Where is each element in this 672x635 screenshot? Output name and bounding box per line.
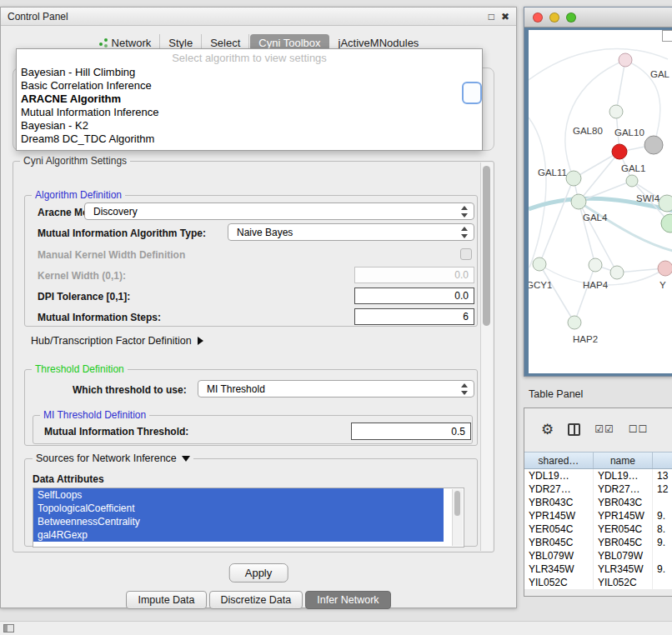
algorithm-option-aracne-algorithm[interactable]: ARACNE Algorithm [17, 92, 482, 106]
network-node-pale-upper[interactable] [609, 105, 623, 118]
collapsed-arrow-icon [198, 337, 203, 345]
network-node-hap4[interactable] [589, 258, 602, 272]
mi-steps-input[interactable] [354, 308, 474, 325]
manual-kernel-checkbox[interactable] [460, 248, 472, 260]
settings-scrollbar[interactable] [480, 162, 493, 551]
network-node-mid-pale[interactable] [610, 266, 624, 279]
table-row[interactable]: YDL19…YDL19…13 [524, 469, 672, 482]
table-cell: YER054C [524, 522, 594, 536]
deselect-all-checkboxes-icon[interactable]: ☐☐ [629, 423, 649, 435]
mi-steps-label: Mutual Information Steps: [38, 312, 161, 323]
attribute-betweennesscentrality[interactable]: BetweennessCentrality [33, 515, 444, 528]
bottom-tab-discretize-data[interactable]: Discretize Data [209, 591, 303, 609]
network-node-pink-top[interactable] [619, 53, 632, 67]
algorithm-option-list: Bayesian - Hill ClimbingBasic Correlatio… [17, 66, 482, 146]
settings-scrollbar-thumb[interactable] [483, 166, 490, 326]
network-canvas[interactable]: GALGAL80GAL10GAL11GAL1SWI4GAL4GCY1HAP4YH… [529, 30, 672, 373]
attribute-topologicalcoefficient[interactable]: TopologicalCoefficient [33, 502, 444, 515]
algorithm-option-dream8-dc-tdc-algorithm[interactable]: Dream8 DC_TDC Algorithm [17, 132, 482, 146]
network-node-gal10-red[interactable] [612, 144, 627, 159]
network-node-gray-hub[interactable] [644, 136, 663, 154]
network-window-titlebar[interactable] [524, 8, 672, 28]
which-threshold-select[interactable]: MI Threshold [198, 380, 474, 398]
data-attributes-label: Data Attributes [33, 473, 104, 485]
network-edge [539, 178, 574, 264]
attribute-gal4rgexp[interactable]: gal4RGexp [33, 528, 444, 542]
network-node-gal11[interactable] [566, 171, 581, 186]
table-row[interactable]: YBR043CYBR043C [524, 496, 672, 509]
node-label-hap4: HAP4 [583, 280, 609, 290]
cyni-settings-group-title: Cyni Algorithm Settings [20, 155, 130, 167]
control-panel-titlebar[interactable]: Control Panel □ ✖ [1, 8, 516, 26]
aracne-mode-select[interactable]: Discovery [84, 202, 474, 220]
columns-icon[interactable] [568, 423, 580, 436]
which-threshold-label: Which threshold to use: [73, 384, 187, 396]
tab-label: Style [168, 37, 193, 49]
bottom-panel-icon[interactable] [3, 624, 14, 632]
dpi-tolerance-input[interactable] [354, 288, 474, 304]
tab-label: Network [112, 37, 152, 49]
table-row[interactable]: YBL079WYBL079W [524, 549, 672, 562]
float-window-icon[interactable]: □ [489, 12, 494, 22]
kernel-width-input[interactable] [354, 267, 474, 283]
table-row[interactable]: YPR145WYPR145W9. [524, 509, 672, 522]
network-node-bright-green-edge[interactable] [661, 214, 672, 232]
table-row[interactable]: YER054CYER054C8. [524, 522, 672, 536]
column-header-extra[interactable] [653, 452, 672, 468]
table-cell: YLR345W [594, 562, 653, 576]
node-label-hap2: HAP2 [573, 334, 598, 344]
close-traffic-light[interactable] [533, 12, 543, 22]
bottom-tab-infer-network[interactable]: Infer Network [305, 591, 390, 609]
apply-button[interactable]: Apply [229, 563, 288, 582]
node-label-swi4: SWI4 [636, 193, 660, 203]
network-node-swi4[interactable] [659, 195, 672, 212]
network-node-hap2[interactable] [568, 316, 581, 329]
sources-toggle[interactable]: Sources for Network Inference [33, 452, 193, 464]
algorithm-dropdown-popup: Select algorithm to view settings Bayesi… [16, 48, 483, 151]
attribute-list-scrollbar-thumb[interactable] [454, 491, 460, 516]
close-window-icon[interactable]: ✖ [501, 12, 509, 22]
manual-kernel-label: Manual Kernel Width Definition [38, 249, 185, 261]
algorithm-option-bayesian-k2[interactable]: Bayesian - K2 [17, 119, 482, 132]
network-node-gal1[interactable] [626, 175, 638, 187]
table-cell: 12 [653, 482, 672, 496]
table-body: YDL19…YDL19…13YDR27…YDR27…12YBR043CYBR04… [524, 469, 672, 589]
column-header-name[interactable]: name [594, 452, 653, 468]
algorithm-option-bayesian-hill-climbing[interactable]: Bayesian - Hill Climbing [17, 66, 482, 79]
table-cell: YBR045C [524, 536, 594, 549]
minimize-traffic-light[interactable] [549, 12, 559, 22]
birdseye-toggle[interactable] [662, 30, 672, 42]
table-cell: YBR043C [524, 496, 594, 509]
bottom-tab-impute-data[interactable]: Impute Data [126, 591, 206, 609]
network-node-gal4[interactable] [571, 194, 586, 209]
hub-section-toggle[interactable]: Hub/Transcription Factor Definition [31, 335, 203, 347]
combo-arrows-icon [461, 206, 468, 218]
network-node-pink-right[interactable] [658, 261, 672, 276]
network-edge [574, 265, 595, 322]
gear-icon[interactable]: ⚙ [541, 422, 554, 437]
table-row[interactable]: YLR345WYLR345W9. [524, 562, 672, 576]
attribute-list: SelfLoopsTopologicalCoefficientBetweenne… [33, 488, 464, 542]
table-cell: 9. [653, 562, 672, 576]
column-header-shared[interactable]: shared… [524, 452, 594, 468]
algorithm-option-mutual-information-inference[interactable]: Mutual Information Inference [17, 106, 482, 119]
node-label-gal11: GAL11 [538, 168, 567, 178]
algorithm-option-basic-correlation-inference[interactable]: Basic Correlation Inference [17, 79, 482, 92]
table-row[interactable]: YDR27…YDR27…12 [524, 482, 672, 496]
zoom-traffic-light[interactable] [566, 12, 576, 22]
kernel-width-label: Kernel Width (0,1): [38, 270, 126, 282]
select-all-checkboxes-icon[interactable]: ☑☑ [594, 423, 614, 435]
network-view-window: GALGAL80GAL10GAL11GAL1SWI4GAL4GCY1HAP4YH… [524, 7, 672, 377]
network-node-gcy1[interactable] [533, 258, 546, 271]
table-cell: YER054C [594, 522, 653, 536]
table-cell: YPR145W [524, 509, 594, 522]
mi-type-select[interactable]: Naive Bayes [228, 223, 474, 241]
table-row[interactable]: YIL052CYIL052C [524, 576, 672, 589]
mi-threshold-label: Mutual Information Threshold: [44, 426, 188, 438]
threshold-definition-title: Threshold Definition [32, 363, 128, 375]
attribute-selfloops[interactable]: SelfLoops [33, 488, 444, 502]
table-cell: 9. [653, 509, 672, 522]
mi-threshold-input[interactable] [351, 422, 471, 440]
table-row[interactable]: YBR045CYBR045C9. [524, 536, 672, 549]
attribute-list-scrollbar[interactable] [452, 489, 463, 546]
